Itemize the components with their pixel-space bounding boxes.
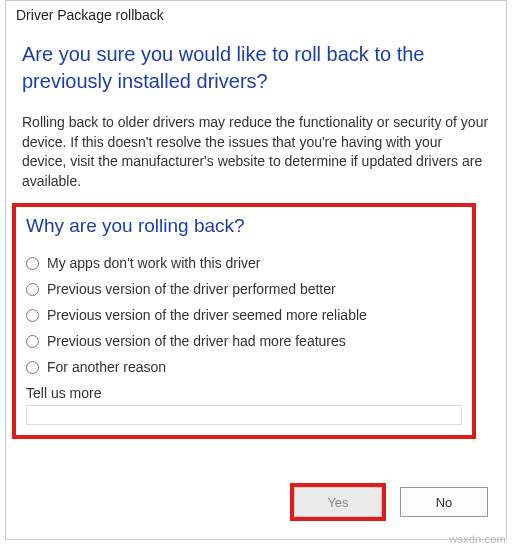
reason-heading: Why are you rolling back?: [26, 215, 462, 237]
reason-label: Previous version of the driver had more …: [47, 333, 346, 349]
confirm-headline: Are you sure you would like to roll back…: [22, 41, 490, 95]
reason-option-more-reliable[interactable]: Previous version of the driver seemed mo…: [26, 307, 462, 323]
reason-option-apps[interactable]: My apps don't work with this driver: [26, 255, 462, 271]
reason-section: Why are you rolling back? My apps don't …: [12, 203, 476, 439]
reason-label: Previous version of the driver performed…: [47, 281, 336, 297]
reason-label: Previous version of the driver seemed mo…: [47, 307, 367, 323]
warning-text: Rolling back to older drivers may reduce…: [22, 113, 490, 191]
watermark: wsxdn.com: [449, 533, 506, 545]
dialog-window: Driver Package rollback Are you sure you…: [5, 0, 507, 540]
reason-label: For another reason: [47, 359, 166, 375]
reason-radio[interactable]: [26, 361, 39, 374]
button-row: Yes No: [290, 483, 488, 521]
reason-radio[interactable]: [26, 257, 39, 270]
reason-label: My apps don't work with this driver: [47, 255, 261, 271]
yes-highlight: Yes: [290, 483, 386, 521]
reason-radio[interactable]: [26, 309, 39, 322]
no-button[interactable]: No: [400, 487, 488, 517]
reason-radio[interactable]: [26, 283, 39, 296]
reason-radio[interactable]: [26, 335, 39, 348]
window-title: Driver Package rollback: [6, 1, 506, 27]
dialog-content: Are you sure you would like to roll back…: [6, 27, 506, 455]
reason-option-more-features[interactable]: Previous version of the driver had more …: [26, 333, 462, 349]
yes-button[interactable]: Yes: [294, 487, 382, 517]
reason-option-another[interactable]: For another reason: [26, 359, 462, 375]
tell-more-label: Tell us more: [26, 385, 462, 401]
tell-more-input[interactable]: [26, 405, 462, 425]
reason-option-performed-better[interactable]: Previous version of the driver performed…: [26, 281, 462, 297]
